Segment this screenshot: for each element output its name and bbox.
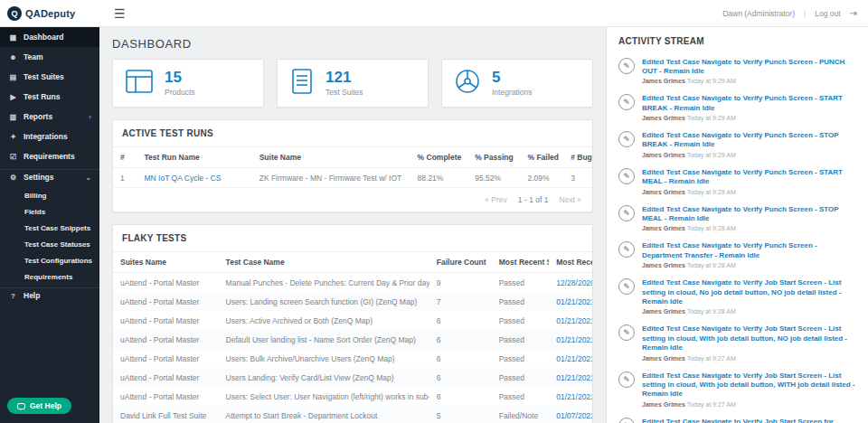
brand-logo-icon: Q xyxy=(7,6,22,21)
col-complete: % Complete xyxy=(410,147,468,168)
sidebar-item-settings[interactable]: ⚙ Settings ⌄ xyxy=(0,169,99,187)
sidebar-item-integrations[interactable]: ✦ Integrations xyxy=(0,127,99,146)
table-row[interactable]: uAttend - Portal Master Users Landing: V… xyxy=(113,368,592,387)
brand-logo[interactable]: Q QADeputy xyxy=(0,6,99,21)
activity-link[interactable]: Edited Test Case Navigate to Verify Punc… xyxy=(642,58,856,77)
cell-passing: 95.52% xyxy=(467,168,520,188)
activity-link[interactable]: Edited Test Case Navigate to Verify Job … xyxy=(642,371,856,400)
active-test-runs-card: ACTIVE TEST RUNS # Test Run Name Suite N… xyxy=(112,119,593,212)
stat-card-test-suites[interactable]: 121 Test Suites xyxy=(277,59,429,108)
pagination: « Prev 1 - 1 of 1 Next » xyxy=(113,187,592,212)
activity-stream-title: ACTIVITY STREAM xyxy=(607,36,868,52)
activity-item[interactable]: ✎ Edited Test Case Navigate to Verify Pu… xyxy=(607,200,868,237)
sidebar-item-test-case-statuses[interactable]: Test Case Statuses xyxy=(0,236,99,252)
cell-test-case-name: Users: Landing screen Search function (G… xyxy=(219,292,429,311)
sidebar-item-dashboard[interactable]: ▦ Dashboard xyxy=(0,27,99,47)
sidebar-item-label: Help xyxy=(24,291,40,300)
sidebar: ▦ Dashboard ☻ Team ▤ Test Suites ▶ Test … xyxy=(0,27,99,423)
table-header-row: # Test Run Name Suite Name % Complete % … xyxy=(113,147,592,168)
stat-card-integrations[interactable]: 5 Integrations xyxy=(441,59,593,108)
activity-link[interactable]: Edited Test Case Navigate to Verify Punc… xyxy=(642,168,856,187)
cell-status: Passed xyxy=(492,292,550,311)
app-window: Q QADeputy ☰ Dawn (Administrator) | Log … xyxy=(0,0,868,423)
activity-item[interactable]: ✎ Edited Test Case Navigate to Verify Jo… xyxy=(607,274,868,320)
activity-item[interactable]: ✎ Edited Test Case Navigate to Verify Pu… xyxy=(607,52,868,89)
sidebar-item-fields[interactable]: Fields xyxy=(0,203,99,220)
get-help-button[interactable]: Get Help xyxy=(7,398,71,414)
col-bugs: # Bugs xyxy=(563,147,592,168)
stat-value: 121 xyxy=(326,70,363,86)
activity-time: Today at 9:27 AM xyxy=(687,401,736,408)
cell-number: 1 xyxy=(113,168,137,188)
col-failure-count: Failure Count xyxy=(429,252,492,273)
stat-card-products[interactable]: 15 Products xyxy=(112,59,264,108)
activity-link[interactable]: Edited Test Case Navigate to Verify Job … xyxy=(642,418,856,423)
requirements-icon: ☑ xyxy=(8,153,18,161)
activity-item[interactable]: ✎ Edited Test Case Navigate to Verify Pu… xyxy=(607,163,868,200)
activity-item[interactable]: ✎ Edited Test Case Navigate to Verify Pu… xyxy=(607,127,868,164)
sidebar-item-team[interactable]: ☻ Team xyxy=(0,47,99,67)
cell-failure-count: 6 xyxy=(429,349,492,368)
sidebar-item-test-case-snippets[interactable]: Test Case Snippets xyxy=(0,220,99,236)
table-row[interactable]: uAttend - Portal Master Users: Bulk Arch… xyxy=(113,349,592,368)
sidebar-item-reports[interactable]: ▥ Reports › xyxy=(0,107,99,127)
chevron-down-icon: ⌄ xyxy=(85,174,91,182)
logout-icon[interactable]: ⇥ xyxy=(850,8,857,18)
stat-value: 5 xyxy=(492,70,532,86)
logout-link[interactable]: Log out xyxy=(815,9,840,18)
activity-link[interactable]: Edited Test Case Navigate to Verify Punc… xyxy=(642,94,856,113)
sidebar-item-label: Test Case Statuses xyxy=(24,240,90,249)
cell-failure-count: 6 xyxy=(429,368,492,387)
activity-item[interactable]: ✎ Edited Test Case Navigate to Verify Jo… xyxy=(607,320,868,366)
activity-link[interactable]: Edited Test Case Navigate to Verify Job … xyxy=(642,278,856,306)
activity-link[interactable]: Edited Test Case Navigate to Verify Punc… xyxy=(642,205,856,224)
sidebar-item-test-runs[interactable]: ▶ Test Runs xyxy=(0,87,99,107)
table-row[interactable]: uAttend - Portal Master Users: Active Ar… xyxy=(113,311,592,330)
cell-suites-name: uAttend - Portal Master xyxy=(113,349,219,368)
activity-item[interactable]: ✎ Edited Test Case Navigate to Verify Jo… xyxy=(607,366,868,412)
table-row[interactable]: 1 MN IoT QA Cycle - CS ZK Firmware - MN … xyxy=(113,168,592,188)
sidebar-item-test-suites[interactable]: ▤ Test Suites xyxy=(0,67,99,87)
table-row[interactable]: uAttend - Portal Master Users: Landing s… xyxy=(113,292,592,311)
table-row[interactable]: uAttend - Portal Master Manual Punches -… xyxy=(113,273,592,293)
cell-status: Passed xyxy=(492,387,550,406)
sidebar-item-label: Reports xyxy=(24,112,52,121)
card-title: ACTIVE TEST RUNS xyxy=(113,120,592,146)
table-header-row: Suites Name Test Case Name Failure Count… xyxy=(113,252,592,273)
activity-item[interactable]: ✎ Edited Test Case Navigate to Verify Pu… xyxy=(607,89,868,127)
sidebar-item-test-configurations[interactable]: Test Configurations xyxy=(0,252,99,268)
cell-status: Passed xyxy=(492,349,550,368)
stat-label: Products xyxy=(165,88,195,97)
test-runs-icon: ▶ xyxy=(8,93,18,101)
edit-pencil-icon: ✎ xyxy=(618,58,635,74)
sidebar-item-billing[interactable]: Billing xyxy=(0,187,99,203)
next-page-button[interactable]: Next » xyxy=(559,195,581,204)
table-row[interactable]: uAttend - Portal Master Users: Select Us… xyxy=(113,387,592,406)
products-icon xyxy=(126,70,153,97)
activity-time: Today at 9:28 AM xyxy=(687,225,736,231)
test-suites-icon xyxy=(290,69,314,98)
col-test-case-name: Test Case Name xyxy=(219,252,429,273)
col-most-recent-date: Most Recent S xyxy=(549,252,592,273)
activity-link[interactable]: Edited Test Case Navigate to Verify Job … xyxy=(642,324,856,352)
chevron-right-icon: › xyxy=(89,113,91,121)
activity-item[interactable]: ✎ Edited Test Case Navigate to Verify Pu… xyxy=(607,237,868,274)
cell-date: 01/21/2021 01:3 xyxy=(549,311,592,330)
table-row[interactable]: David Link Full Test Suite Attempt to St… xyxy=(113,406,592,423)
hamburger-menu-icon[interactable]: ☰ xyxy=(114,7,126,20)
user-menu[interactable]: Dawn (Administrator) xyxy=(722,9,795,18)
prev-page-button[interactable]: « Prev xyxy=(485,195,507,204)
sidebar-item-requirements[interactable]: ☑ Requirements xyxy=(0,146,99,166)
activity-link[interactable]: Edited Test Case Navigate to Verify Punc… xyxy=(642,131,856,150)
top-bar: Q QADeputy ☰ Dawn (Administrator) | Log … xyxy=(0,0,868,27)
table-row[interactable]: uAttend - Portal Master Default User lan… xyxy=(113,330,592,349)
sidebar-item-requirements-settings[interactable]: Requirements xyxy=(0,268,99,285)
activity-link[interactable]: Edited Test Case Navigate to Verify Punc… xyxy=(642,241,856,260)
activity-item[interactable]: ✎ Edited Test Case Navigate to Verify Jo… xyxy=(607,412,868,423)
cell-suites-name: uAttend - Portal Master xyxy=(113,273,219,293)
integrations-icon: ✦ xyxy=(8,133,18,141)
test-run-link[interactable]: MN IoT QA Cycle - CS xyxy=(137,168,252,188)
test-suites-icon: ▤ xyxy=(8,73,18,81)
sidebar-item-help[interactable]: ? Help xyxy=(0,287,99,306)
stat-value: 15 xyxy=(165,70,195,86)
